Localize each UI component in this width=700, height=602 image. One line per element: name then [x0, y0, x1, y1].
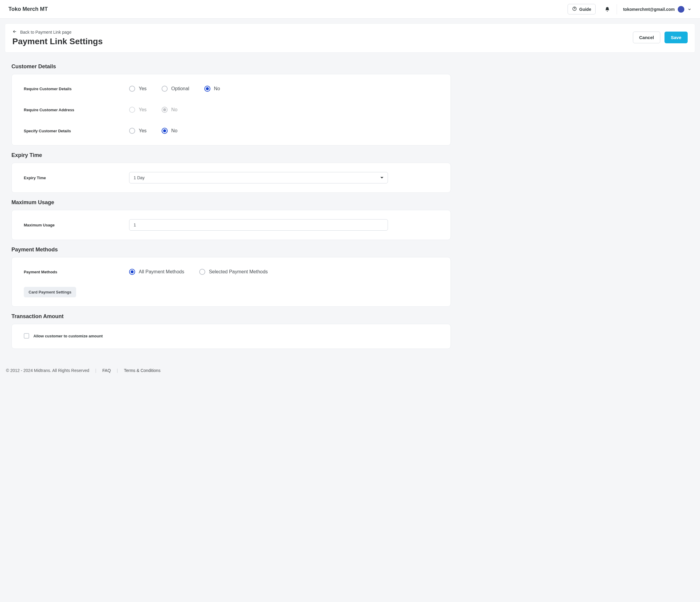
arrow-left-icon — [12, 29, 17, 35]
checkbox-allow-customize-amount[interactable]: Allow customer to customize amount — [24, 333, 103, 339]
radio-require-details-optional[interactable]: Optional — [161, 86, 189, 92]
radio-label: Selected Payment Methods — [209, 269, 268, 274]
radio-label: Yes — [139, 107, 147, 112]
radio-label: Optional — [171, 86, 189, 91]
caret-down-icon — [380, 175, 383, 180]
checkbox-label: Allow customer to customize amount — [33, 334, 103, 338]
radio-indicator — [129, 269, 135, 275]
radio-require-address-yes: Yes — [129, 107, 147, 113]
footer-terms-link[interactable]: Terms & Conditions — [124, 368, 160, 373]
label-specify-customer-details: Specify Customer Details — [24, 129, 129, 133]
radio-indicator — [161, 86, 168, 92]
user-email: tokomerchmt@gmail.com — [623, 7, 675, 12]
help-circle-icon — [572, 6, 577, 12]
label-max-usage: Maximum Usage — [24, 223, 129, 227]
radio-indicator — [161, 128, 168, 134]
radio-payment-methods-selected[interactable]: Selected Payment Methods — [199, 269, 268, 275]
checkbox-indicator — [24, 333, 29, 339]
section-title-transaction-amount: Transaction Amount — [11, 313, 689, 320]
section-title-customer-details: Customer Details — [11, 63, 689, 70]
panel-max-usage: Maximum Usage — [11, 210, 451, 240]
radio-group-require-customer-address: Yes No — [129, 107, 178, 113]
panel-customer-details: Require Customer Details Yes Optional No… — [11, 74, 451, 146]
guide-button[interactable]: Guide — [568, 4, 596, 15]
radio-indicator — [129, 107, 135, 113]
section-title-payment-methods: Payment Methods — [11, 246, 689, 253]
radio-group-require-customer-details: Yes Optional No — [129, 86, 220, 92]
select-expiry-time[interactable]: 1 Day — [129, 172, 388, 183]
radio-indicator — [199, 269, 205, 275]
radio-indicator — [129, 86, 135, 92]
radio-indicator — [129, 128, 135, 134]
select-value: 1 Day — [134, 175, 145, 180]
card-payment-settings-button[interactable]: Card Payment Settings — [24, 287, 76, 297]
label-require-customer-address: Require Customer Address — [24, 108, 129, 112]
page-header: Back to Payment Link page Payment Link S… — [5, 23, 695, 53]
label-expiry-time: Expiry Time — [24, 176, 129, 180]
save-button[interactable]: Save — [665, 32, 688, 43]
radio-indicator — [204, 86, 210, 92]
chevron-down-icon — [688, 7, 692, 11]
footer-copyright: © 2012 - 2024 Midtrans. All Rights Reser… — [6, 368, 89, 373]
page-title: Payment Link Settings — [12, 37, 633, 46]
radio-require-details-yes[interactable]: Yes — [129, 86, 147, 92]
panel-payment-methods: Payment Methods All Payment Methods Sele… — [11, 257, 451, 307]
cancel-button[interactable]: Cancel — [633, 32, 660, 43]
label-require-customer-details: Require Customer Details — [24, 86, 129, 91]
radio-group-specify-customer-details: Yes No — [129, 128, 178, 134]
radio-label: Yes — [139, 86, 147, 91]
radio-label: No — [171, 107, 177, 112]
back-link[interactable]: Back to Payment Link page — [12, 29, 71, 35]
section-title-max-usage: Maximum Usage — [11, 199, 689, 206]
radio-group-payment-methods: All Payment Methods Selected Payment Met… — [129, 269, 268, 275]
radio-label: No — [171, 128, 177, 133]
radio-label: Yes — [139, 128, 147, 133]
divider — [617, 4, 617, 15]
section-title-expiry: Expiry Time — [11, 152, 689, 158]
guide-label: Guide — [579, 7, 591, 12]
radio-label: No — [214, 86, 220, 91]
radio-label: All Payment Methods — [139, 269, 184, 274]
footer-faq-link[interactable]: FAQ — [102, 368, 111, 373]
footer: © 2012 - 2024 Midtrans. All Rights Reser… — [0, 363, 700, 381]
app-title: Toko Merch MT — [8, 6, 568, 12]
user-menu[interactable]: tokomerchmt@gmail.com — [619, 6, 692, 12]
label-payment-methods: Payment Methods — [24, 270, 129, 274]
radio-specify-details-yes[interactable]: Yes — [129, 128, 147, 134]
bell-icon[interactable] — [605, 7, 610, 12]
radio-require-details-no[interactable]: No — [204, 86, 220, 92]
radio-specify-details-no[interactable]: No — [161, 128, 177, 134]
svg-point-1 — [574, 9, 575, 10]
back-label: Back to Payment Link page — [20, 30, 71, 34]
content: Customer Details Require Customer Detail… — [0, 55, 700, 363]
radio-payment-methods-all[interactable]: All Payment Methods — [129, 269, 184, 275]
avatar — [678, 6, 684, 12]
radio-require-address-no: No — [161, 107, 177, 113]
topbar: Toko Merch MT Guide tokomerchmt@gmail.co… — [0, 0, 700, 19]
radio-indicator — [161, 107, 168, 113]
divider: | — [95, 368, 96, 373]
divider: | — [117, 368, 118, 373]
panel-transaction-amount: Allow customer to customize amount — [11, 324, 451, 349]
input-max-usage[interactable] — [129, 219, 388, 231]
panel-expiry: Expiry Time 1 Day — [11, 163, 451, 193]
